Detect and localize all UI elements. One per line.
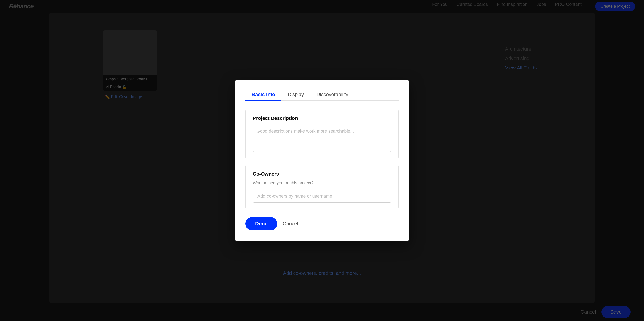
co-owners-section: Co-Owners Who helped you on this project…: [245, 164, 399, 209]
cancel-button[interactable]: Cancel: [283, 221, 298, 227]
tab-bar: Basic Info Display Discoverability: [245, 89, 399, 101]
co-owners-input[interactable]: [253, 190, 391, 203]
tab-basic-info[interactable]: Basic Info: [245, 89, 282, 101]
modal-footer: Done Cancel: [245, 217, 399, 230]
tab-discoverability[interactable]: Discoverability: [310, 89, 354, 101]
done-button[interactable]: Done: [245, 217, 278, 230]
modal-overlay: Basic Info Display Discoverability Proje…: [0, 0, 644, 321]
tab-display[interactable]: Display: [282, 89, 310, 101]
modal-dialog: Basic Info Display Discoverability Proje…: [234, 80, 410, 241]
project-description-section: Project Description: [245, 109, 399, 159]
project-description-textarea[interactable]: [253, 125, 391, 152]
co-owners-subtitle: Who helped you on this project?: [253, 180, 391, 186]
co-owners-title: Co-Owners: [253, 171, 391, 177]
project-description-title: Project Description: [253, 116, 391, 121]
